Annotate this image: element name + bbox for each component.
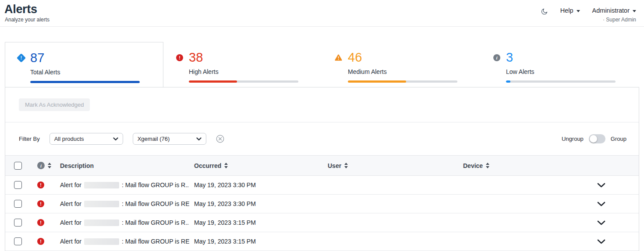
medium-severity-warning-icon — [335, 54, 342, 61]
product-filter-select[interactable]: All products — [50, 133, 123, 145]
chevron-down-icon — [113, 137, 118, 141]
occurred-value: May 19, 2023 3:15 PM — [189, 238, 323, 245]
dark-mode-moon-icon[interactable] — [541, 8, 548, 17]
alert-description: Alert for : Mail flow GROUP is RE... — [56, 200, 189, 207]
low-alerts-count: 3 — [506, 51, 616, 64]
occurred-column-header[interactable]: Occurred — [189, 162, 323, 169]
high-alerts-progress-bar — [189, 80, 298, 83]
mark-as-acknowledged-button[interactable]: Mark As Acknowledged — [19, 98, 90, 111]
type-filter-value: Xgemail (76) — [138, 136, 170, 142]
table-row: ! Alert for : Mail flow GROUP is RE... M… — [5, 232, 639, 251]
top-right-controls: Help Administrator · Super Admin — [541, 3, 636, 26]
sort-icon — [344, 163, 348, 168]
sort-icon — [224, 163, 228, 168]
top-header: Alerts Analyze your alerts Help Administ… — [0, 0, 644, 27]
help-menu[interactable]: Help — [560, 7, 580, 14]
alerts-panel: Mark As Acknowledged Filter By All produ… — [5, 87, 639, 251]
page-subtitle: Analyze your alerts — [4, 17, 50, 23]
account-menu-label: Administrator — [592, 7, 630, 14]
medium-alerts-count: 46 — [348, 51, 457, 64]
occurred-value: May 19, 2023 3:30 PM — [189, 200, 323, 207]
chevron-down-icon — [196, 137, 202, 141]
sort-icon — [486, 163, 489, 168]
description-column-header[interactable]: Description — [56, 162, 189, 169]
low-severity-info-icon: i — [493, 54, 500, 61]
total-alerts-progress-bar — [30, 81, 140, 83]
high-alerts-label: High Alerts — [189, 68, 298, 75]
tab-high-alerts[interactable]: ! 38 High Alerts — [163, 42, 322, 87]
diamond-alert-icon: ! — [17, 53, 26, 63]
account-role: · Super Admin — [603, 17, 636, 23]
table-header: i Description Occurred User Device — [5, 155, 639, 176]
high-severity-icon: ! — [37, 181, 44, 188]
alert-description: Alert for : Mail flow GROUP is R... — [56, 219, 189, 226]
filter-by-label: Filter By — [19, 136, 40, 142]
row-checkbox[interactable] — [14, 219, 22, 227]
total-alerts-count: 87 — [30, 52, 140, 64]
redacted-text — [84, 238, 119, 245]
low-alerts-progress-bar — [506, 80, 616, 83]
row-checkbox[interactable] — [14, 200, 22, 208]
high-severity-icon: ! — [37, 219, 44, 226]
occurred-value: May 19, 2023 3:15 PM — [189, 219, 323, 226]
ungroup-label: Ungroup — [562, 136, 584, 142]
product-filter-value: All products — [54, 136, 84, 142]
expand-row-chevron-icon[interactable] — [597, 183, 639, 188]
group-toggle[interactable] — [589, 134, 605, 143]
type-filter-select[interactable]: Xgemail (76) — [133, 133, 206, 145]
high-severity-icon: ! — [37, 200, 44, 207]
medium-alerts-label: Medium Alerts — [348, 68, 457, 75]
select-all-checkbox[interactable] — [14, 162, 22, 170]
tab-medium-alerts[interactable]: 46 Medium Alerts — [322, 42, 481, 87]
expand-row-chevron-icon[interactable] — [597, 220, 639, 225]
severity-column-header[interactable]: i — [33, 162, 56, 169]
chevron-down-icon — [577, 10, 580, 12]
severity-info-icon: i — [37, 162, 45, 169]
page-title: Alerts — [4, 3, 50, 16]
sort-icon — [48, 163, 51, 168]
redacted-text — [84, 182, 119, 188]
table-row: ! Alert for : Mail flow GROUP is R... Ma… — [5, 176, 639, 195]
group-label: Group — [611, 136, 626, 142]
toggle-knob — [590, 135, 597, 143]
group-toggle-wrap: Ungroup Group — [562, 134, 626, 143]
redacted-text — [84, 201, 119, 207]
expand-row-chevron-icon[interactable] — [597, 202, 639, 206]
table-row: ! Alert for : Mail flow GROUP is RE... M… — [5, 195, 639, 213]
account-menu[interactable]: Administrator — [592, 7, 636, 14]
title-block: Alerts Analyze your alerts — [4, 3, 50, 26]
occurred-value: May 19, 2023 3:30 PM — [189, 181, 323, 188]
high-severity-icon: ! — [176, 54, 183, 61]
low-alerts-label: Low Alerts — [506, 68, 616, 75]
total-alerts-label: Total Alerts — [30, 69, 140, 76]
help-menu-label: Help — [560, 7, 573, 14]
alert-summary-tabs: ! 87 Total Alerts ! 38 High Alerts — [5, 42, 639, 87]
row-checkbox[interactable] — [14, 181, 22, 189]
high-alerts-count: 38 — [189, 51, 298, 64]
chevron-down-icon — [633, 10, 636, 12]
tab-low-alerts[interactable]: i 3 Low Alerts — [481, 42, 639, 87]
row-checkbox[interactable] — [14, 237, 22, 245]
account-block: Administrator · Super Admin — [592, 7, 636, 23]
clear-filters-icon[interactable] — [216, 135, 224, 143]
expand-row-chevron-icon[interactable] — [597, 239, 639, 244]
medium-alerts-progress-bar — [348, 80, 457, 83]
table-row: ! Alert for : Mail flow GROUP is R... Ma… — [5, 213, 639, 232]
actions-toolbar: Mark As Acknowledged — [5, 87, 639, 122]
alert-description: Alert for : Mail flow GROUP is RE... — [56, 238, 189, 245]
filter-bar: Filter By All products Xgemail (76) Ungr… — [5, 122, 639, 155]
redacted-text — [84, 220, 119, 226]
alert-description: Alert for : Mail flow GROUP is R... — [56, 181, 189, 188]
device-column-header[interactable]: Device — [458, 162, 594, 169]
user-column-header[interactable]: User — [323, 162, 458, 169]
high-severity-icon: ! — [37, 238, 44, 245]
tab-total-alerts[interactable]: ! 87 Total Alerts — [5, 42, 163, 87]
